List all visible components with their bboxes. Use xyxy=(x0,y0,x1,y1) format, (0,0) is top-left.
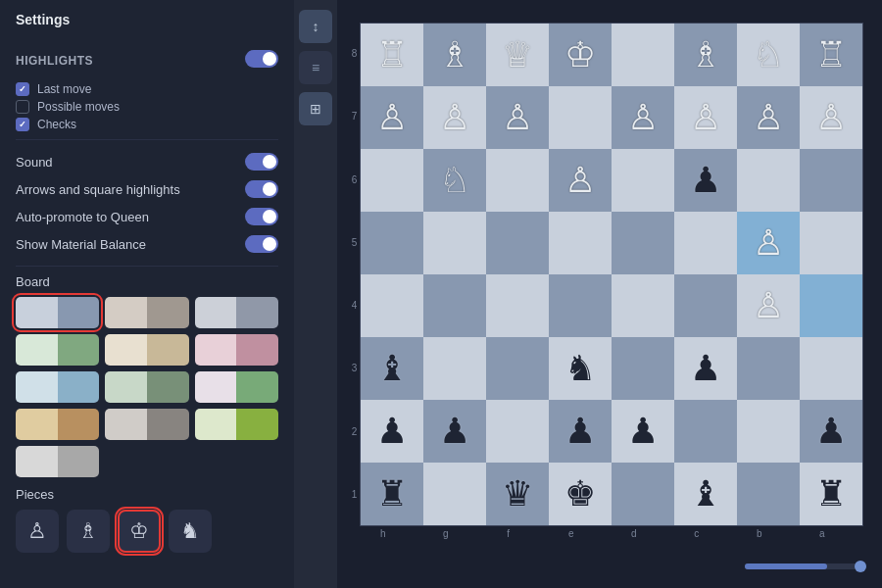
chess-square[interactable]: ♙ xyxy=(486,86,549,149)
board-swatch-0[interactable] xyxy=(16,297,99,328)
chess-square[interactable] xyxy=(486,149,549,212)
chess-square[interactable]: ♝ xyxy=(674,463,737,525)
chess-square[interactable] xyxy=(549,86,612,149)
chess-square[interactable] xyxy=(737,337,800,400)
chess-square[interactable]: ♟ xyxy=(674,149,737,212)
chess-square[interactable] xyxy=(737,400,800,463)
chess-square[interactable] xyxy=(800,149,862,212)
board-swatch-7[interactable] xyxy=(105,371,188,403)
chess-square[interactable]: ♟ xyxy=(549,400,612,463)
chess-square[interactable] xyxy=(674,400,737,463)
possible-moves-checkbox[interactable] xyxy=(16,100,29,114)
material-toggle[interactable] xyxy=(245,235,278,253)
piece-btn-0[interactable]: ♙ xyxy=(16,510,59,553)
board-swatch-2[interactable] xyxy=(195,297,278,328)
chess-square[interactable]: ♜ xyxy=(800,463,862,525)
piece-btn-2[interactable]: ♔ xyxy=(118,510,161,553)
chess-square[interactable]: ♘ xyxy=(423,149,486,212)
chess-square[interactable]: ♙ xyxy=(737,274,800,337)
chess-square[interactable] xyxy=(361,274,423,337)
autopromo-toggle[interactable] xyxy=(245,208,278,225)
chess-square[interactable]: ♞ xyxy=(549,337,612,400)
chess-square[interactable] xyxy=(612,212,674,274)
progress-thumb xyxy=(855,561,866,572)
chess-square[interactable]: ♜ xyxy=(361,463,423,525)
filter-tool-button[interactable]: ⊞ xyxy=(299,92,332,125)
checks-checkbox[interactable] xyxy=(16,118,29,131)
board-swatch-4[interactable] xyxy=(105,334,188,366)
chess-square[interactable]: ♝ xyxy=(361,337,423,400)
board-color-grid xyxy=(16,297,278,477)
board-swatch-9[interactable] xyxy=(16,409,99,440)
board-swatch-8[interactable] xyxy=(195,371,278,403)
chess-square[interactable] xyxy=(800,274,862,337)
rank-label: 1 xyxy=(352,463,358,525)
chess-square[interactable] xyxy=(612,274,674,337)
chess-square[interactable] xyxy=(737,149,800,212)
chess-square[interactable] xyxy=(800,337,862,400)
chess-square[interactable]: ♙ xyxy=(737,212,800,274)
chess-square[interactable]: ♗ xyxy=(423,24,486,86)
chess-square[interactable] xyxy=(423,463,486,525)
menu-tool-button[interactable]: ≡ xyxy=(299,51,332,84)
arrows-toggle[interactable] xyxy=(245,180,278,198)
chess-square[interactable]: ♙ xyxy=(549,149,612,212)
chess-square[interactable] xyxy=(361,149,423,212)
chess-square[interactable] xyxy=(423,337,486,400)
chess-square[interactable] xyxy=(674,212,737,274)
board-swatch-3[interactable] xyxy=(16,334,99,366)
chess-square[interactable]: ♛ xyxy=(486,463,549,525)
last-move-checkbox[interactable] xyxy=(16,82,29,96)
chess-square[interactable] xyxy=(423,212,486,274)
chess-square[interactable]: ♟ xyxy=(612,400,674,463)
board-swatch-5[interactable] xyxy=(195,334,278,366)
chess-square[interactable]: ♟ xyxy=(423,400,486,463)
board-swatch-10[interactable] xyxy=(105,409,188,440)
chess-square[interactable] xyxy=(549,274,612,337)
board-swatch-12[interactable] xyxy=(16,446,99,477)
chess-square[interactable] xyxy=(549,212,612,274)
rank-label: 3 xyxy=(352,337,358,400)
piece-btn-1[interactable]: ♗ xyxy=(67,510,110,553)
chess-square[interactable] xyxy=(486,212,549,274)
chess-square[interactable]: ♖ xyxy=(800,24,862,86)
sound-row: Sound xyxy=(16,148,278,175)
chess-square[interactable]: ♔ xyxy=(549,24,612,86)
chess-square[interactable]: ♙ xyxy=(361,86,423,149)
chess-square[interactable] xyxy=(674,274,737,337)
chess-square[interactable] xyxy=(612,149,674,212)
chess-square[interactable]: ♙ xyxy=(423,86,486,149)
sound-label: Sound xyxy=(16,155,53,170)
chess-square[interactable]: ♚ xyxy=(549,463,612,525)
chess-square[interactable]: ♟ xyxy=(361,400,423,463)
chess-square[interactable] xyxy=(800,212,862,274)
chess-square[interactable] xyxy=(361,212,423,274)
chess-square[interactable]: ♗ xyxy=(674,24,737,86)
sound-toggle[interactable] xyxy=(245,153,278,171)
chess-square[interactable]: ♙ xyxy=(674,86,737,149)
chess-square[interactable] xyxy=(486,337,549,400)
chess-square[interactable] xyxy=(612,24,674,86)
progress-track[interactable] xyxy=(745,564,862,569)
chess-square[interactable] xyxy=(612,337,674,400)
chess-square[interactable] xyxy=(423,274,486,337)
chess-square[interactable]: ♙ xyxy=(737,86,800,149)
chess-square[interactable]: ♟ xyxy=(800,400,862,463)
chess-square[interactable]: ♘ xyxy=(737,24,800,86)
chess-board[interactable]: ♖♗♕♔♗♘♖♙♙♙♙♙♙♙♘♙♟♙♙♝♞♟♟♟♟♟♟♜♛♚♝♜ xyxy=(360,23,863,526)
chess-square[interactable] xyxy=(486,400,549,463)
sort-tool-button[interactable]: ↕ xyxy=(299,10,332,43)
highlights-toggle[interactable] xyxy=(245,50,278,68)
chess-square[interactable]: ♙ xyxy=(612,86,674,149)
chess-square[interactable] xyxy=(612,463,674,525)
chess-square[interactable]: ♟ xyxy=(674,337,737,400)
piece-btn-3[interactable]: ♞ xyxy=(169,510,212,553)
board-swatch-6[interactable] xyxy=(16,371,99,403)
chess-square[interactable]: ♙ xyxy=(800,86,862,149)
board-swatch-11[interactable] xyxy=(195,409,278,440)
chess-square[interactable] xyxy=(486,274,549,337)
chess-square[interactable] xyxy=(737,463,800,525)
board-swatch-1[interactable] xyxy=(105,297,188,328)
chess-square[interactable]: ♕ xyxy=(486,24,549,86)
chess-square[interactable]: ♖ xyxy=(361,24,423,86)
